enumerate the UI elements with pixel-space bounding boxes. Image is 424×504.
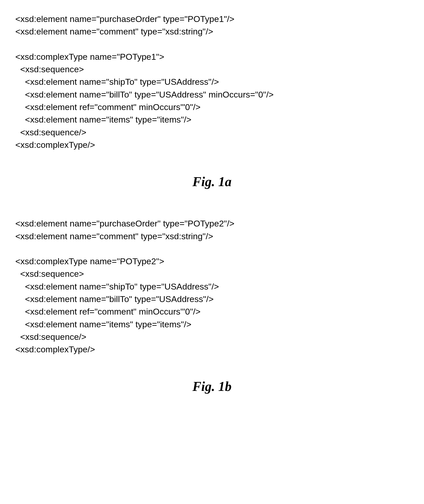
code-block-1b: <xsd:element name="purchaseOrder" type="… xyxy=(15,217,409,356)
figure-caption-1b: Fig. 1b xyxy=(15,379,409,394)
figure-caption-1a: Fig. 1a xyxy=(15,174,409,189)
code-block-1a: <xsd:element name="purchaseOrder" type="… xyxy=(15,13,409,151)
